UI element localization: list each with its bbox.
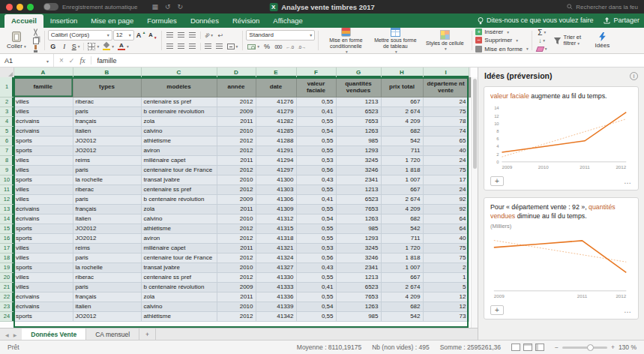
share-button[interactable]: Partager — [604, 14, 640, 28]
row-header-23[interactable]: 23 — [0, 302, 13, 311]
cell-A4[interactable]: écrivains — [13, 116, 73, 126]
cell-E2[interactable]: 41276 — [256, 97, 296, 106]
cell-E18[interactable]: 41324 — [256, 253, 296, 262]
cell-F22[interactable]: 0,55 — [296, 292, 336, 302]
cell-I23[interactable]: 12 — [423, 302, 469, 311]
cell-B21[interactable]: paris — [73, 282, 141, 292]
formula-input[interactable]: famille — [91, 57, 117, 64]
row-header-19[interactable]: 19 — [0, 262, 13, 272]
cell-A10[interactable]: sports — [13, 175, 73, 184]
cell-I24[interactable]: 73 — [423, 311, 469, 321]
cell-F9[interactable]: 0,56 — [296, 165, 336, 175]
cell-B9[interactable]: paris — [73, 165, 141, 175]
cell-G12[interactable]: 6523 — [336, 194, 381, 204]
sort-filter-button[interactable]: Trier et filtrer — [551, 34, 590, 46]
ribbon-tab-mise-en-page[interactable]: Mise en page — [84, 14, 140, 28]
cell-A11[interactable]: villes — [13, 184, 73, 194]
cell-A17[interactable]: villes — [13, 243, 73, 253]
zoom-out-button[interactable] — [555, 344, 559, 351]
cell-A15[interactable]: sports — [13, 224, 73, 233]
cell-F12[interactable]: 0,41 — [296, 194, 336, 204]
cell-C8[interactable]: millénaire capet — [141, 155, 217, 165]
decrease-indent-button[interactable] — [203, 41, 214, 51]
cell-F18[interactable]: 0,56 — [296, 253, 336, 262]
cell-I9[interactable]: 75 — [423, 165, 469, 175]
row-header-9[interactable]: 9 — [0, 165, 13, 175]
cell-G13[interactable]: 7653 — [336, 204, 381, 214]
cell-I20[interactable]: 1 — [423, 272, 469, 282]
cell-B19[interactable]: la rochelle — [73, 262, 141, 272]
row-header-10[interactable]: 10 — [0, 175, 13, 184]
cell-H13[interactable]: 4 209 — [381, 204, 423, 214]
cell-A19[interactable]: sports — [13, 262, 73, 272]
cell-A8[interactable]: villes — [13, 155, 73, 165]
row-header-12[interactable]: 12 — [0, 194, 13, 204]
cell-I2[interactable]: 24 — [423, 97, 469, 106]
zoom-level[interactable]: 130 % — [619, 344, 637, 351]
cell-F14[interactable]: 0,54 — [296, 214, 336, 224]
increase-decimal-button[interactable] — [284, 42, 295, 52]
cell-I4[interactable]: 78 — [423, 116, 469, 126]
cell-F1[interactable]: valeur faciale — [296, 77, 336, 97]
cell-E1[interactable]: date — [256, 77, 296, 97]
format-painter-button[interactable] — [31, 45, 41, 53]
cell-C17[interactable]: millénaire capet — [141, 243, 217, 253]
cell-E14[interactable]: 41312 — [256, 214, 296, 224]
row-header-18[interactable]: 18 — [0, 253, 13, 262]
align-left-button[interactable] — [165, 41, 175, 51]
cell-A14[interactable]: écrivains — [13, 214, 73, 224]
cell-A5[interactable]: écrivains — [13, 126, 73, 136]
cell-D6[interactable]: 2012 — [217, 136, 256, 146]
row-header-5[interactable]: 5 — [0, 126, 13, 136]
scrollbar-thumb[interactable] — [473, 79, 477, 169]
row-header-6[interactable]: 6 — [0, 136, 13, 146]
cell-C3[interactable]: b centenaire révolution — [141, 106, 217, 116]
column-header-I[interactable]: I — [423, 68, 469, 77]
cell-B4[interactable]: français — [73, 116, 141, 126]
maximize-window-button[interactable] — [27, 4, 34, 10]
cell-styles-button[interactable]: Styles de cellule — [421, 30, 469, 51]
cell-H14[interactable]: 682 — [381, 214, 423, 224]
cell-F2[interactable]: 0,55 — [296, 97, 336, 106]
cell-F3[interactable]: 0,41 — [296, 106, 336, 116]
cell-D21[interactable]: 2009 — [217, 282, 256, 292]
ribbon-tab-accueil[interactable]: Accueil — [4, 14, 43, 28]
cell-D13[interactable]: 2011 — [217, 204, 256, 214]
cell-D8[interactable]: 2011 — [217, 155, 256, 165]
cell-E22[interactable]: 41336 — [256, 292, 296, 302]
cell-C18[interactable]: centenaire tour de France — [141, 253, 217, 262]
cell-B16[interactable]: JO2012 — [73, 233, 141, 243]
cell-E3[interactable]: 41279 — [256, 106, 296, 116]
cell-C7[interactable]: aviron — [141, 146, 217, 155]
cell-I10[interactable]: 17 — [423, 175, 469, 184]
cell-E12[interactable]: 41306 — [256, 194, 296, 204]
cell-C11[interactable]: centenaire ss pref — [141, 184, 217, 194]
cell-F23[interactable]: 0,54 — [296, 302, 336, 311]
cell-H22[interactable]: 4 209 — [381, 292, 423, 302]
cell-I8[interactable]: 24 — [423, 155, 469, 165]
cell-G21[interactable]: 6523 — [336, 282, 381, 292]
cell-H21[interactable]: 2 674 — [381, 282, 423, 292]
cell-C2[interactable]: centenaire ss pref — [141, 97, 217, 106]
column-header-F[interactable]: F — [296, 68, 336, 77]
cell-A6[interactable]: sports — [13, 136, 73, 146]
cell-I15[interactable]: 64 — [423, 224, 469, 233]
column-header-H[interactable]: H — [381, 68, 423, 77]
cell-G24[interactable]: 985 — [336, 311, 381, 321]
cell-I7[interactable]: 40 — [423, 146, 469, 155]
cell-H9[interactable]: 1 818 — [381, 165, 423, 175]
cell-G2[interactable]: 1213 — [336, 97, 381, 106]
cell-E16[interactable]: 41318 — [256, 233, 296, 243]
ribbon-tab-insertion[interactable]: Insertion — [43, 14, 84, 28]
cell-B10[interactable]: la rochelle — [73, 175, 141, 184]
cell-G22[interactable]: 7653 — [336, 292, 381, 302]
cell-C9[interactable]: centenaire tour de France — [141, 165, 217, 175]
sheet-tab-ca-mensuel[interactable]: CA mensuel — [86, 328, 139, 340]
cell-I11[interactable]: 24 — [423, 184, 469, 194]
format-cells-button[interactable]: Mise en forme — [475, 46, 528, 52]
zoom-slider-knob[interactable] — [587, 344, 594, 351]
tell-me-button[interactable]: Dites-nous ce que vous voulez faire — [478, 14, 594, 28]
cell-D24[interactable]: 2012 — [217, 311, 256, 321]
fill-color-button[interactable] — [101, 42, 115, 52]
cell-B24[interactable]: JO2012 — [73, 311, 141, 321]
